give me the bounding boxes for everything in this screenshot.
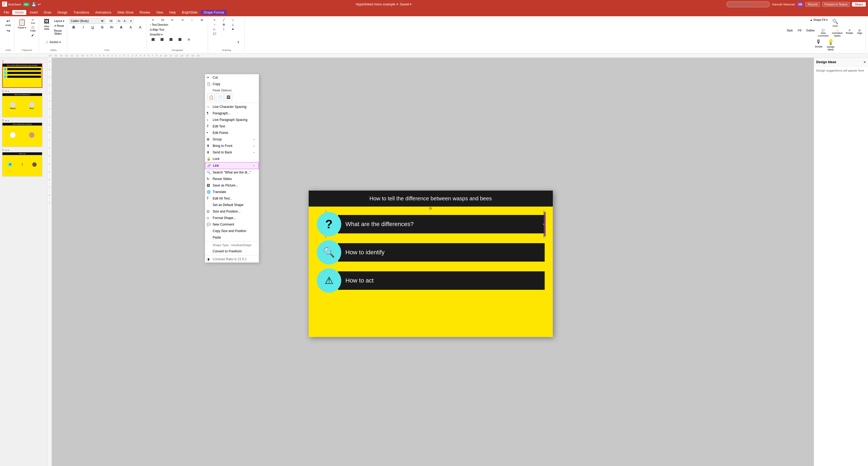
ctx-bring-to-front[interactable]: ⬆ Bring to Front ›: [205, 142, 259, 149]
shape-tri-button[interactable]: △: [229, 23, 237, 27]
line-spacing-button[interactable]: ↕: [188, 18, 196, 22]
ctx-size-position[interactable]: ⊡ Size and Position...: [205, 208, 259, 215]
slide-thumb-1[interactable]: 1 How to tell the difference between was…: [2, 60, 45, 88]
menu-insert[interactable]: Insert: [27, 10, 40, 15]
menu-help[interactable]: Help: [166, 10, 179, 15]
ctx-edit-alt-text[interactable]: T Edit Alt Text...: [205, 195, 259, 202]
cut-button[interactable]: ✂Cut: [29, 18, 37, 25]
ctx-cut[interactable]: ✂ Cut: [205, 74, 259, 81]
layout-button[interactable]: Layout ▾: [53, 19, 65, 23]
ctx-send-to-back[interactable]: ⬇ Send to Back ›: [205, 149, 259, 156]
style-button[interactable]: Style: [785, 29, 794, 38]
ctx-edit-text[interactable]: T Edit Text: [205, 123, 259, 130]
redo-button[interactable]: ↪: [4, 28, 12, 34]
paste-btn-1[interactable]: 📋: [207, 94, 215, 101]
columns2-button[interactable]: ⊟: [184, 37, 193, 41]
present-button[interactable]: Present in Teams: [822, 2, 850, 7]
shadow-button[interactable]: A: [136, 25, 145, 30]
justify-button[interactable]: ⬛: [176, 37, 184, 41]
ctx-format-shape[interactable]: ◇ Format Shape...: [205, 215, 259, 221]
new-slide-button[interactable]: 🖼 NewSlide: [41, 18, 52, 31]
menu-view[interactable]: View: [154, 10, 166, 15]
underline-button[interactable]: U: [88, 25, 97, 30]
ctx-paste2[interactable]: Paste: [205, 234, 259, 241]
ctx-save-as-picture[interactable]: 🖼 Save as Picture...: [205, 182, 259, 189]
shape-chevron-button[interactable]: ⟩: [219, 27, 228, 31]
ctx-copy-size-pos[interactable]: Copy Size and Position: [205, 228, 259, 234]
copy-button[interactable]: 📋Copy: [29, 26, 37, 33]
shape-fill-button[interactable]: ▲ Shape Fill ▾: [809, 18, 829, 28]
ctx-lock[interactable]: 🔒 Lock: [205, 156, 259, 162]
find-button[interactable]: 🔍 Find: [830, 18, 841, 28]
menu-animations[interactable]: Animations: [93, 10, 114, 15]
increase-font-button[interactable]: A↑: [117, 19, 122, 23]
ctx-group[interactable]: ⊞ Group ›: [205, 136, 259, 142]
paste-button[interactable]: 📋 Paste ▾: [17, 18, 27, 37]
numbering-button[interactable]: 1≡: [158, 18, 167, 22]
char-spacing-button[interactable]: AV: [107, 25, 116, 29]
decrease-font-button[interactable]: A↓: [123, 19, 128, 23]
menu-draw[interactable]: Draw: [41, 10, 54, 15]
italic-button[interactable]: I: [79, 25, 88, 30]
format-painter-button[interactable]: 🖌: [29, 33, 37, 37]
bold-button[interactable]: B: [69, 25, 78, 30]
shape-rect-button[interactable]: □: [229, 18, 237, 22]
ctx-edit-points[interactable]: • Edit Points: [205, 130, 259, 136]
new-comment-ribbon-button[interactable]: 💬NewComment: [817, 29, 830, 38]
shape-star-button[interactable]: ★: [229, 27, 237, 31]
columns-button[interactable]: ⊟: [197, 18, 206, 22]
shapes-expand-button[interactable]: ⊻: [234, 40, 243, 44]
ctx-paragraph[interactable]: ¶ Paragraph...: [205, 110, 259, 116]
autosave-toggle[interactable]: On: [23, 3, 30, 6]
strikethrough-button[interactable]: S: [98, 25, 106, 30]
reset-button[interactable]: ↺ Reset: [53, 24, 65, 28]
menu-design[interactable]: Design: [55, 10, 70, 15]
share-button[interactable]: Share: [852, 2, 866, 6]
menu-home[interactable]: Home: [12, 10, 26, 15]
align-left-button[interactable]: ⬛: [149, 37, 157, 41]
menu-transitions[interactable]: Transitions: [71, 10, 92, 15]
menu-slideshow[interactable]: Slide Show: [115, 10, 136, 15]
design-ideas-button[interactable]: 💡 DesignIdeas: [825, 38, 836, 52]
shape-arrow-button[interactable]: ↖: [210, 18, 219, 22]
reuse-slides-button[interactable]: ReuseSlides: [53, 29, 65, 36]
undo-icon[interactable]: ↩: [38, 2, 41, 6]
paste-btn-3[interactable]: 🖼: [225, 94, 232, 101]
undo-button[interactable]: ↩ Undo: [4, 18, 12, 27]
font-family-select[interactable]: Calibri (Body): [69, 18, 105, 24]
menu-shape-format[interactable]: Shape Format: [201, 10, 227, 15]
slide-canvas[interactable]: How to tell the difference between wasps…: [309, 191, 553, 337]
shape-oval-button[interactable]: ○: [210, 23, 219, 27]
ctx-live-para-spacing[interactable]: ↕ Live Paragraph Spacing: [205, 116, 259, 123]
fill-button[interactable]: Fill: [795, 29, 804, 38]
save-icon[interactable]: 💾: [31, 2, 36, 6]
slide-thumb-3[interactable]: 3 ★ ● How to identify bees and wasps: [2, 119, 45, 147]
rotate-button[interactable]: ↺Rotate: [845, 29, 854, 38]
shape-callout-button[interactable]: 💬: [210, 32, 219, 36]
font-color-button[interactable]: A: [117, 25, 126, 30]
ctx-copy[interactable]: 📋 Copy: [205, 81, 259, 87]
section-button[interactable]: Section ▾: [49, 40, 62, 44]
ctx-set-default-shape[interactable]: Set as Default Shape: [205, 202, 259, 208]
outline-button[interactable]: Outline: [805, 29, 816, 38]
ctx-translate[interactable]: 🌐 Translate: [205, 189, 259, 195]
designer-close-button[interactable]: ×: [864, 60, 866, 64]
shape-rtri-button[interactable]: ▷: [210, 27, 219, 31]
convert-smartart-button[interactable]: SmartArt ▾: [149, 33, 163, 37]
highlight-button[interactable]: A: [126, 25, 135, 30]
shape-more-button[interactable]: ⊞: [219, 23, 228, 27]
slide-thumb-4[interactable]: 4 ★ ● How to act 👁 ! 🚫: [2, 148, 45, 176]
shape-line-button[interactable]: ╱: [219, 18, 228, 22]
menu-brightslide[interactable]: BrightSlide: [179, 10, 200, 15]
indent-decrease-button[interactable]: ⇤: [168, 18, 177, 22]
slide-thumb-2[interactable]: 2 ★ ● What are the differences? Wasps Be…: [2, 90, 45, 118]
dictate-button[interactable]: 🎙 Dictate: [813, 38, 824, 52]
indent-increase-button[interactable]: ⇥: [178, 18, 187, 22]
align-text-button[interactable]: ⊡ Align Text: [149, 28, 165, 32]
ctx-search[interactable]: 🔍 Search "What are the di...": [205, 169, 259, 176]
align-right-button[interactable]: ⬛: [166, 37, 175, 41]
ctx-link[interactable]: 🔗 Link ›: [205, 162, 259, 169]
search-input[interactable]: [726, 1, 770, 7]
record-button[interactable]: Record: [805, 2, 820, 7]
ctx-convert-freeform[interactable]: Convert to Freeform: [205, 248, 259, 255]
